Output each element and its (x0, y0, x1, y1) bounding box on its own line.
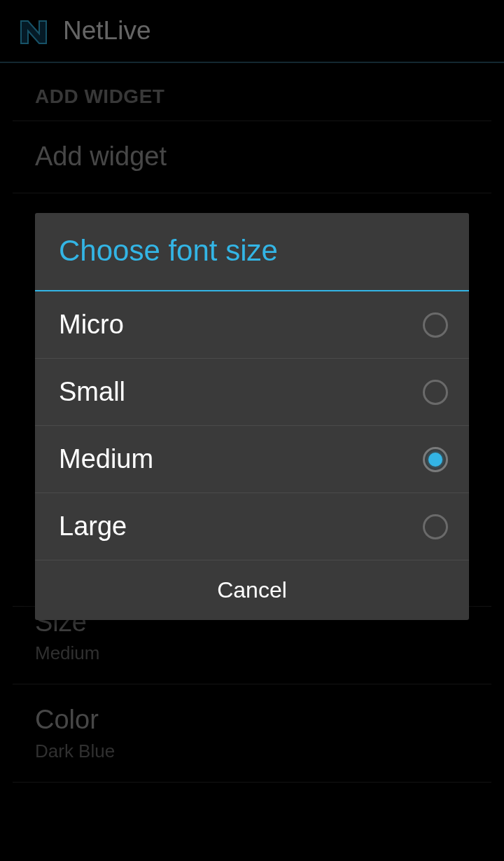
option-micro[interactable]: Micro (35, 291, 469, 359)
option-label: Large (59, 511, 127, 542)
option-label: Small (59, 377, 125, 407)
cancel-button[interactable]: Cancel (35, 560, 469, 620)
option-medium[interactable]: Medium (35, 426, 469, 493)
option-large[interactable]: Large (35, 493, 469, 560)
font-size-dialog: Choose font size Micro Small Medium Larg… (35, 213, 469, 620)
radio-icon (423, 447, 448, 472)
radio-icon (423, 380, 448, 405)
option-label: Medium (59, 444, 153, 474)
radio-icon (423, 312, 448, 338)
dialog-title: Choose font size (35, 213, 469, 291)
option-label: Micro (59, 310, 124, 340)
option-small[interactable]: Small (35, 359, 469, 426)
radio-icon (423, 514, 448, 539)
